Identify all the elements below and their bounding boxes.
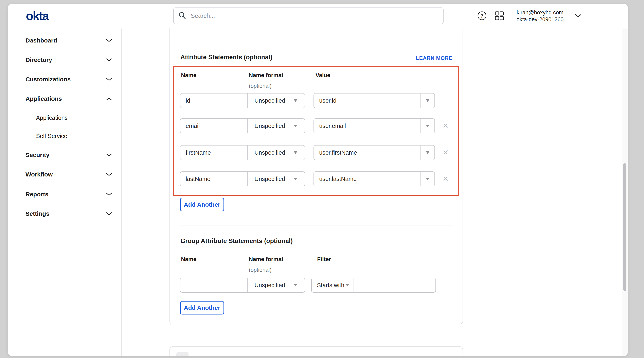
sidebar-item-label: Customizations — [26, 76, 70, 83]
name-format-value: Unspecified — [254, 123, 285, 129]
attribute-name-input[interactable] — [180, 172, 248, 186]
attribute-value-input[interactable] — [314, 119, 420, 133]
filter-type-value: Starts with — [317, 282, 344, 289]
help-button[interactable]: ? — [477, 11, 487, 21]
search-icon — [178, 12, 187, 20]
value-dropdown-button[interactable] — [420, 94, 434, 108]
attribute-row: Unspecified ✕ — [180, 171, 459, 186]
name-format-select[interactable]: Unspecified — [248, 172, 304, 186]
help-icon: ? — [477, 11, 487, 21]
attribute-name-input[interactable] — [180, 146, 248, 160]
dropdown-arrow-icon — [346, 284, 349, 286]
global-search[interactable] — [173, 8, 444, 24]
group-attribute-row: Unspecified Starts with — [180, 278, 459, 293]
dropdown-arrow-icon — [426, 178, 430, 180]
value-dropdown-button[interactable] — [420, 119, 434, 133]
app-switcher-button[interactable] — [494, 11, 504, 21]
chevron-down-icon — [106, 39, 112, 42]
name-format-select[interactable]: Unspecified — [248, 119, 304, 133]
name-format-select[interactable]: Unspecified — [248, 94, 304, 108]
filter-type-select[interactable]: Starts with — [312, 278, 354, 292]
remove-row-icon[interactable]: ✕ — [441, 118, 450, 133]
sidebar-item-security[interactable]: Security — [26, 151, 112, 159]
attribute-row: Unspecified ✕ — [180, 145, 459, 160]
remove-row-icon[interactable]: ✕ — [441, 145, 450, 160]
add-another-attribute-button[interactable]: Add Another — [180, 198, 224, 211]
section-divider — [180, 225, 453, 225]
page-scrollbar-thumb[interactable] — [623, 163, 626, 291]
next-section-card — [170, 346, 463, 356]
okta-logo[interactable]: okta — [26, 10, 48, 22]
sidebar-subitem-self-service[interactable]: Self Service — [36, 132, 112, 140]
value-dropdown-button[interactable] — [420, 172, 434, 186]
name-format-value: Unspecified — [254, 282, 285, 289]
name-format-value: Unspecified — [254, 97, 285, 104]
sidebar-item-label: Reports — [26, 191, 48, 198]
name-format-group: Unspecified — [180, 145, 305, 160]
sidebar-item-reports[interactable]: Reports — [26, 190, 112, 199]
search-input[interactable] — [190, 12, 439, 20]
chevron-down-icon — [106, 58, 112, 62]
column-header-optional-note: (optional) — [249, 267, 272, 273]
filter-group: Starts with — [311, 278, 436, 293]
attribute-row: Unspecified — [180, 93, 459, 108]
attribute-statements-highlight-box: Name Name format (optional) Value Unspec… — [173, 66, 459, 196]
grid-icon — [494, 11, 504, 21]
value-combo — [314, 118, 435, 133]
attribute-value-input[interactable] — [314, 146, 420, 160]
dropdown-arrow-icon — [294, 178, 297, 180]
sidebar-item-label: Settings — [26, 210, 49, 217]
value-dropdown-button[interactable] — [420, 146, 434, 160]
sidebar-item-customizations[interactable]: Customizations — [26, 75, 112, 84]
sidebar-item-dashboard[interactable]: Dashboard — [26, 36, 112, 45]
dropdown-arrow-icon — [294, 151, 297, 154]
chevron-up-icon — [106, 97, 112, 101]
name-format-select[interactable]: Unspecified — [248, 278, 304, 292]
sidebar-nav: Dashboard Directory Customizations Appli… — [8, 29, 122, 356]
section-thumbnail-placeholder — [176, 352, 188, 356]
chevron-down-icon — [106, 212, 112, 216]
section-divider — [180, 41, 453, 41]
column-header-name-format: Name format — [249, 72, 283, 79]
account-chevron-down-icon[interactable] — [575, 14, 582, 18]
group-name-input[interactable] — [180, 278, 248, 292]
svg-text:?: ? — [480, 13, 484, 19]
sidebar-item-directory[interactable]: Directory — [26, 56, 112, 64]
add-another-group-attribute-button[interactable]: Add Another — [180, 301, 224, 314]
sidebar-item-label: Security — [26, 152, 49, 158]
sidebar-item-settings[interactable]: Settings — [26, 209, 112, 218]
sidebar-subitem-label: Applications — [36, 115, 68, 121]
attribute-name-input[interactable] — [180, 119, 248, 133]
dropdown-arrow-icon — [294, 99, 297, 102]
dropdown-arrow-icon — [426, 99, 430, 102]
value-combo — [314, 145, 435, 160]
filter-value-input[interactable] — [354, 278, 436, 292]
account-email: kiran@boxyhq.com — [510, 9, 570, 16]
dropdown-arrow-icon — [426, 151, 430, 154]
learn-more-link[interactable]: LEARN MORE — [416, 55, 452, 61]
page-scrollbar-track[interactable] — [622, 29, 628, 356]
remove-row-icon[interactable]: ✕ — [441, 171, 450, 186]
chevron-down-icon — [106, 153, 112, 157]
sidebar-item-label: Workflow — [26, 171, 52, 178]
sidebar-subitem-label: Self Service — [36, 133, 67, 139]
okta-admin-window: okta ? kiran@boxyhq.com okta- — [8, 4, 628, 356]
column-header-optional-note: (optional) — [249, 83, 272, 89]
dropdown-arrow-icon — [294, 284, 297, 286]
sidebar-item-label: Applications — [26, 95, 62, 102]
attribute-name-input[interactable] — [180, 94, 248, 108]
name-format-value: Unspecified — [254, 149, 285, 156]
attribute-value-input[interactable] — [314, 94, 420, 108]
sidebar-item-applications[interactable]: Applications — [26, 94, 112, 103]
name-format-group: Unspecified — [180, 171, 305, 186]
name-format-group: Unspecified — [180, 93, 305, 108]
column-header-name: Name — [181, 256, 196, 262]
attribute-value-input[interactable] — [314, 172, 420, 186]
column-header-filter: Filter — [317, 256, 331, 262]
top-bar: okta ? kiran@boxyhq.com okta- — [8, 4, 628, 28]
account-menu[interactable]: kiran@boxyhq.com okta-dev-20901260 — [510, 9, 570, 23]
sidebar-item-workflow[interactable]: Workflow — [26, 170, 112, 179]
sidebar-subitem-applications[interactable]: Applications — [36, 113, 112, 122]
value-combo — [314, 171, 435, 186]
name-format-select[interactable]: Unspecified — [248, 146, 304, 160]
